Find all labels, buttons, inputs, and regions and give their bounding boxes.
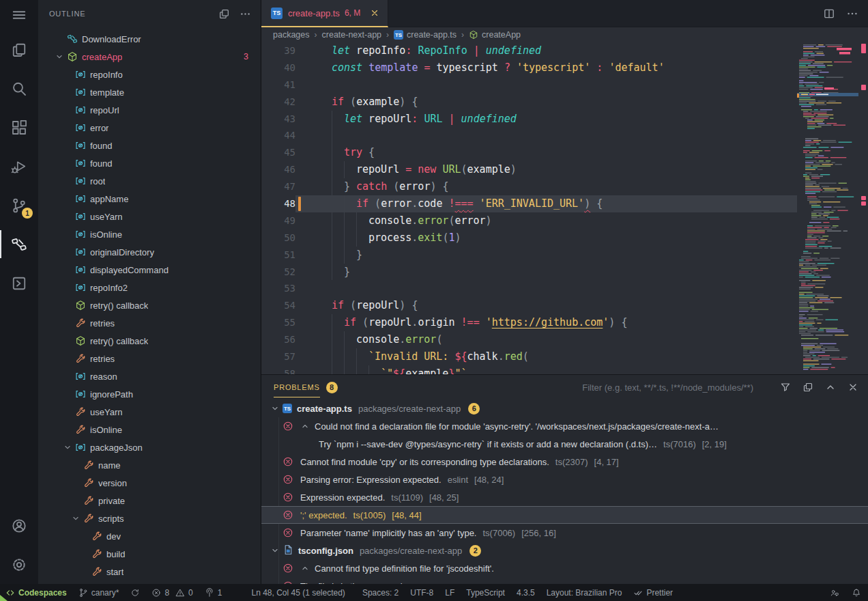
line-number[interactable]: 47	[261, 178, 295, 195]
outline-item-useyarn[interactable]: useYarn	[38, 403, 261, 421]
minimap[interactable]	[797, 42, 868, 374]
branch-status[interactable]: canary*	[78, 588, 119, 598]
outline-item-originaldirectory[interactable]: originalDirectory	[38, 243, 261, 261]
problem-item[interactable]: ';' expected.ts(1005)[48, 44]	[261, 506, 868, 524]
code-line-content[interactable]: console.error(	[295, 331, 797, 348]
line-number[interactable]: 45	[261, 144, 295, 161]
problem-item[interactable]: Expression expected.ts(1109)[48, 25]	[261, 488, 868, 506]
chevron-up-icon[interactable]	[300, 421, 310, 431]
outline-item-ignorepath[interactable]: ignorePath	[38, 385, 261, 403]
outline-item-repourl[interactable]: repoUrl	[38, 101, 261, 119]
remote-indicator[interactable]: Codespaces	[5, 588, 67, 598]
language-mode[interactable]: TypeScript	[466, 588, 505, 598]
code-line-content[interactable]: repoUrl = new URL(example)	[295, 161, 797, 178]
code-line-56[interactable]: 56console.error(	[261, 331, 797, 348]
breadcrumb-item-create-next-app[interactable]: create-next-app	[322, 30, 382, 40]
code-line-content[interactable]: if (example) {	[295, 94, 797, 111]
filter-icon[interactable]	[780, 382, 791, 393]
outline-item-createapp[interactable]: createApp3	[38, 48, 261, 66]
line-number[interactable]: 41	[261, 76, 295, 94]
code-line-content[interactable]: if (error.code !=== 'ERR_INVALID_URL') {	[295, 195, 797, 212]
line-number[interactable]: 58	[261, 365, 295, 374]
line-number[interactable]: 55	[261, 314, 295, 331]
outline-item-found[interactable]: found	[38, 137, 261, 154]
line-number[interactable]: 57	[261, 348, 295, 365]
line-number[interactable]: 42	[261, 94, 295, 111]
problems-filter-input[interactable]: Filter (e.g. text, **/*.ts, !**/node_mod…	[582, 382, 753, 393]
code-area[interactable]: 39let repoInfo: RepoInfo | undefined40co…	[261, 42, 797, 374]
outline-item-repoinfo2[interactable]: repoInfo2	[38, 279, 261, 296]
code-line-39[interactable]: 39let repoInfo: RepoInfo | undefined	[261, 42, 797, 59]
code-line-46[interactable]: 46repoUrl = new URL(example)	[261, 161, 797, 178]
line-number[interactable]: 54	[261, 297, 295, 314]
outline-item-scripts[interactable]: scripts	[38, 509, 261, 527]
files-icon[interactable]	[0, 30, 38, 69]
search-icon[interactable]	[0, 69, 38, 108]
line-number[interactable]: 49	[261, 212, 295, 229]
code-line-content[interactable]: }	[295, 247, 797, 264]
tab-close-icon[interactable]	[370, 8, 379, 18]
code-line-52[interactable]: 52}	[261, 264, 797, 281]
outline-item-start[interactable]: start	[38, 563, 261, 581]
code-line-55[interactable]: 55if (repoUrl.origin !== 'https://github…	[261, 314, 797, 331]
code-line-40[interactable]: 40const template = typescript ? 'typescr…	[261, 59, 797, 76]
outline-item-reason[interactable]: reason	[38, 367, 261, 385]
code-line-48[interactable]: 48if (error.code !=== 'ERR_INVALID_URL')…	[261, 195, 797, 212]
code-line-44[interactable]: 44	[261, 127, 797, 144]
sync-status[interactable]	[130, 588, 140, 598]
account-icon[interactable]	[0, 506, 38, 545]
outline-item-version[interactable]: version	[38, 474, 261, 492]
outline-item-retries[interactable]: retries	[38, 314, 261, 332]
code-line-43[interactable]: 43let repoUrl: URL | undefined	[261, 111, 797, 128]
line-number[interactable]: 53	[261, 280, 295, 297]
line-number[interactable]: 50	[261, 229, 295, 247]
line-number[interactable]: 44	[261, 127, 295, 144]
problem-item[interactable]: Could not find a declaration file for mo…	[261, 417, 868, 435]
debug-icon[interactable]	[0, 147, 38, 186]
code-line-50[interactable]: 50process.exit(1)	[261, 229, 797, 247]
hierarchy-icon[interactable]	[0, 225, 38, 264]
chevron-up-icon[interactable]	[300, 563, 310, 573]
formatter-status[interactable]: Prettier	[633, 588, 673, 598]
code-editor[interactable]: 39let repoInfo: RepoInfo | undefined40co…	[261, 42, 868, 374]
outline-item-root[interactable]: root	[38, 172, 261, 190]
cursor-position[interactable]: Ln 48, Col 45 (1 selected)	[251, 588, 345, 598]
outline-item-appname[interactable]: appName	[38, 190, 261, 208]
code-line-content[interactable]: `"${example}"`	[295, 365, 797, 374]
problems-group-tsconfig-json[interactable]: tsconfig.jsonpackages/create-next-app2	[261, 542, 868, 559]
code-line-content[interactable]: let repoUrl: URL | undefined	[295, 111, 797, 128]
code-line-content[interactable]: if (repoUrl.origin !== 'https://github.c…	[295, 314, 797, 331]
chevron-down-icon[interactable]	[53, 52, 66, 61]
layout-status[interactable]: Layout: Brazilian Pro	[547, 588, 622, 598]
code-line-content[interactable]: }	[295, 264, 797, 281]
bell-icon[interactable]	[852, 588, 861, 598]
code-line-content[interactable]: } catch (error) {	[295, 178, 797, 195]
code-line-58[interactable]: 58`"${example}"`	[261, 365, 797, 374]
remote-icon[interactable]	[0, 264, 38, 303]
problem-item[interactable]: Parameter 'name' implicitly has an 'any'…	[261, 524, 868, 542]
outline-item-downloaderror[interactable]: DownloadError	[38, 30, 261, 48]
close-icon[interactable]	[848, 382, 858, 393]
code-line-51[interactable]: 51}	[261, 247, 797, 264]
code-line-content[interactable]: if (repoUrl) {	[295, 297, 797, 314]
code-line-content[interactable]	[295, 76, 797, 94]
code-line-45[interactable]: 45try {	[261, 144, 797, 161]
outline-item-found[interactable]: found	[38, 154, 261, 172]
outline-item-useyarn[interactable]: useYarn	[38, 208, 261, 225]
code-line-49[interactable]: 49console.error(error)	[261, 212, 797, 229]
outline-item-repoinfo[interactable]: repoInfo	[38, 66, 261, 83]
line-number[interactable]: 52	[261, 264, 295, 281]
gear-icon[interactable]	[0, 545, 38, 584]
code-line-53[interactable]: 53	[261, 280, 797, 297]
chevron-down-icon[interactable]	[61, 443, 74, 452]
line-number[interactable]: 39	[261, 42, 295, 59]
scm-icon[interactable]: 1	[0, 186, 38, 225]
more-actions-icon[interactable]	[240, 8, 251, 20]
chevron-down-icon[interactable]	[70, 514, 82, 523]
code-line-content[interactable]: const template = typescript ? 'typescrip…	[295, 59, 797, 76]
line-number[interactable]: 46	[261, 161, 295, 178]
line-number[interactable]: 51	[261, 247, 295, 264]
code-line-57[interactable]: 57`Invalid URL: ${chalk.red(	[261, 348, 797, 365]
code-line-content[interactable]: console.error(error)	[295, 212, 797, 229]
code-line-content[interactable]: try {	[295, 144, 797, 161]
